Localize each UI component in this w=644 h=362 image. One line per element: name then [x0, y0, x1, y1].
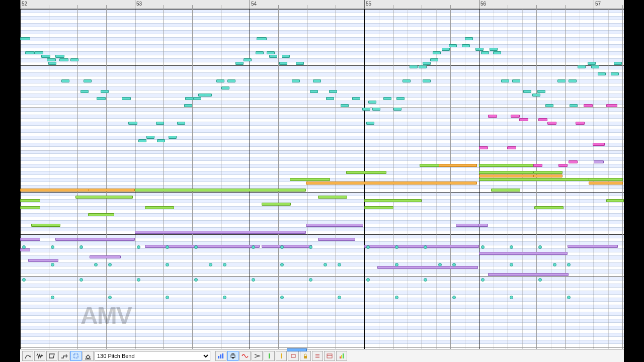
midi-note[interactable]	[479, 252, 568, 255]
midi-note[interactable]	[584, 104, 593, 107]
midi-note[interactable]	[306, 224, 363, 227]
midi-note[interactable]	[614, 62, 622, 65]
midi-note[interactable]	[31, 224, 60, 227]
midi-note[interactable]	[423, 62, 431, 65]
midi-note[interactable]	[48, 62, 56, 65]
midi-note[interactable]	[352, 97, 360, 100]
perc-marker[interactable]	[166, 245, 169, 249]
perc-marker[interactable]	[79, 278, 83, 282]
midi-note[interactable]	[491, 189, 520, 192]
perc-marker[interactable]	[252, 278, 255, 282]
midi-note[interactable]	[169, 136, 177, 139]
midi-note[interactable]	[490, 48, 498, 51]
midi-note[interactable]	[419, 65, 427, 68]
midi-note[interactable]	[97, 97, 106, 100]
midi-note[interactable]	[393, 108, 401, 111]
perc-marker[interactable]	[252, 245, 255, 249]
perc-marker[interactable]	[22, 278, 26, 282]
perc-marker[interactable]	[22, 245, 26, 249]
perc-marker[interactable]	[223, 296, 226, 299]
midi-note[interactable]	[90, 255, 121, 258]
midi-note[interactable]	[589, 182, 623, 185]
perc-marker[interactable]	[223, 263, 226, 266]
midi-note[interactable]	[538, 118, 547, 121]
midi-note[interactable]	[306, 182, 477, 185]
perc-marker[interactable]	[137, 245, 140, 249]
midi-note[interactable]	[533, 171, 562, 174]
midi-note[interactable]	[318, 196, 347, 199]
midi-note[interactable]	[493, 51, 501, 54]
midi-note[interactable]	[558, 164, 568, 167]
midi-note[interactable]	[481, 51, 489, 54]
bar-graph-tool[interactable]	[215, 351, 226, 361]
midi-note[interactable]	[244, 58, 252, 61]
midi-note[interactable]	[433, 51, 441, 54]
list-tool[interactable]	[312, 351, 323, 361]
midi-note[interactable]	[138, 139, 146, 142]
midi-note[interactable]	[362, 108, 370, 111]
midi-note[interactable]	[364, 206, 393, 209]
rect-tool[interactable]	[288, 351, 299, 361]
perc-marker[interactable]	[452, 296, 456, 299]
midi-note[interactable]	[282, 55, 290, 58]
midi-note[interactable]	[465, 37, 473, 40]
midi-note[interactable]	[262, 203, 291, 206]
perc-marker[interactable]	[309, 278, 312, 282]
midi-note[interactable]	[269, 55, 277, 58]
midi-note[interactable]	[532, 94, 540, 97]
midi-note[interactable]	[523, 90, 531, 93]
midi-note[interactable]	[227, 79, 235, 82]
midi-note[interactable]	[262, 245, 312, 248]
perc-marker[interactable]	[395, 296, 398, 299]
midi-note[interactable]	[292, 79, 300, 82]
midi-note[interactable]	[372, 108, 380, 111]
perc-marker[interactable]	[481, 245, 485, 249]
perc-marker[interactable]	[424, 245, 427, 249]
midi-note[interactable]	[146, 136, 154, 139]
midi-note[interactable]	[25, 51, 34, 54]
line-tool[interactable]	[58, 351, 69, 361]
midi-note[interactable]	[318, 238, 355, 241]
perc-marker[interactable]	[309, 245, 312, 249]
midi-note[interactable]	[501, 79, 509, 82]
perc-marker[interactable]	[51, 296, 54, 299]
midi-note[interactable]	[475, 48, 484, 51]
midi-note[interactable]	[156, 122, 164, 125]
midi-note[interactable]	[383, 97, 391, 100]
perc-marker[interactable]	[324, 263, 327, 266]
midi-note[interactable]	[396, 97, 405, 100]
midi-note[interactable]	[61, 79, 69, 82]
printer-tool[interactable]	[227, 351, 238, 361]
midi-note[interactable]	[88, 213, 114, 216]
midi-note[interactable]	[547, 122, 556, 125]
timeline-ruler[interactable]: 525354555657	[20, 0, 624, 9]
perc-marker[interactable]	[567, 296, 571, 299]
perc-marker[interactable]	[438, 263, 442, 266]
midi-note[interactable]	[488, 115, 497, 118]
midi-note[interactable]	[20, 199, 40, 202]
midi-note[interactable]	[28, 259, 58, 262]
midi-note[interactable]	[578, 65, 586, 68]
midi-note[interactable]	[519, 118, 528, 121]
lock-tool[interactable]	[300, 351, 311, 361]
midi-note[interactable]	[512, 79, 520, 82]
midi-note[interactable]	[75, 196, 133, 199]
midi-note[interactable]	[569, 160, 578, 163]
spline-tool[interactable]	[22, 351, 33, 361]
midi-note[interactable]	[34, 51, 43, 54]
perc-marker[interactable]	[51, 245, 54, 249]
midi-note[interactable]	[235, 62, 244, 65]
midi-note[interactable]	[606, 199, 624, 202]
midi-note[interactable]	[557, 79, 566, 82]
midi-note[interactable]	[589, 178, 623, 181]
perc-marker[interactable]	[510, 245, 513, 249]
midi-note[interactable]	[410, 65, 418, 68]
midi-note[interactable]	[456, 224, 480, 227]
perc-marker[interactable]	[280, 296, 284, 299]
perc-marker[interactable]	[79, 245, 83, 249]
midi-note[interactable]	[569, 79, 577, 82]
midi-note[interactable]	[479, 174, 536, 177]
midi-note[interactable]	[478, 224, 488, 227]
midi-note[interactable]	[439, 164, 477, 167]
perc-marker[interactable]	[280, 245, 284, 249]
